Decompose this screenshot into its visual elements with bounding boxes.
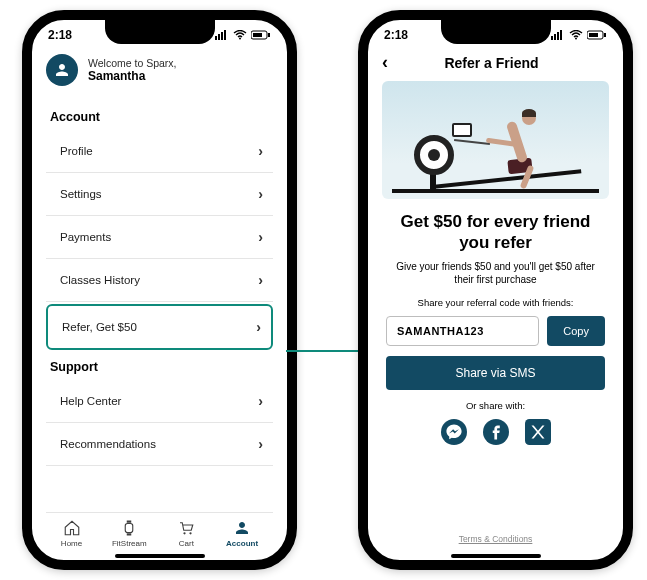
nav-cart[interactable]: Cart [176,519,196,548]
menu-settings[interactable]: Settings› [46,173,273,216]
signal-icon [551,30,565,40]
menu-recommendations[interactable]: Recommendations› [46,423,273,466]
hero-image-rower [382,81,609,199]
refer-subtitle: Give your friends $50 and you'll get $50… [394,260,597,287]
svg-rect-2 [221,32,223,40]
menu-item-label: Refer, Get $50 [62,321,137,333]
svg-point-11 [184,532,186,534]
welcome-name: Samantha [88,69,177,83]
share-code-label: Share your referral code with friends: [382,297,609,308]
home-indicator[interactable] [115,554,205,558]
svg-point-17 [575,38,577,40]
status-icons [551,30,607,40]
svg-rect-9 [127,521,132,523]
x-twitter-icon[interactable] [525,419,551,445]
svg-rect-1 [218,34,220,40]
menu-item-label: Recommendations [60,438,156,450]
chevron-right-icon: › [258,436,263,452]
battery-icon [251,30,271,40]
nav-home[interactable]: Home [61,519,82,548]
refer-screen: 2:18 ‹ Refer a Friend Get $50 for every … [358,10,633,570]
status-icons [215,30,271,40]
avatar[interactable] [46,54,78,86]
svg-point-21 [441,419,467,445]
chevron-right-icon: › [258,272,263,288]
home-icon [62,519,82,537]
menu-item-label: Profile [60,145,93,157]
svg-rect-8 [126,524,134,533]
svg-rect-13 [551,36,553,40]
svg-rect-14 [554,34,556,40]
menu-payments[interactable]: Payments› [46,216,273,259]
share-sms-button[interactable]: Share via SMS [386,356,605,390]
back-button[interactable]: ‹ [382,52,388,73]
account-screen: 2:18 Welcome to Sparx, Samantha Account … [22,10,297,570]
home-indicator[interactable] [451,554,541,558]
welcome-block: Welcome to Sparx, Samantha [46,54,273,86]
person-icon [53,61,71,79]
nav-account[interactable]: Account [226,519,258,548]
or-share-label: Or share with: [382,400,609,411]
menu-help-center[interactable]: Help Center› [46,380,273,423]
refer-title: Get $50 for every friend you refer [392,211,599,254]
watch-icon [119,519,139,537]
phone-notch [441,18,551,44]
nav-label: Home [61,539,82,548]
menu-item-label: Help Center [60,395,121,407]
referral-code-input[interactable]: SAMANTHA123 [386,316,539,346]
bottom-nav: Home FitStream Cart Account [46,512,273,550]
svg-rect-7 [268,33,270,37]
messenger-icon[interactable] [441,419,467,445]
menu-item-label: Payments [60,231,111,243]
flow-connector-line [286,350,366,352]
phone-notch [105,18,215,44]
menu-item-label: Settings [60,188,102,200]
svg-rect-15 [557,32,559,40]
menu-classes-history[interactable]: Classes History› [46,259,273,302]
wifi-icon [569,30,583,40]
facebook-icon[interactable] [483,419,509,445]
status-time: 2:18 [384,28,408,42]
menu-item-label: Classes History [60,274,140,286]
header-bar: ‹ Refer a Friend [382,52,609,73]
battery-icon [587,30,607,40]
chevron-right-icon: › [258,186,263,202]
chevron-right-icon: › [258,229,263,245]
svg-point-4 [239,38,241,40]
svg-rect-20 [604,33,606,37]
svg-rect-10 [127,533,132,535]
svg-rect-3 [224,30,226,40]
social-row [382,419,609,445]
person-icon [232,519,252,537]
account-menu: Profile› Settings› Payments› Classes His… [46,130,273,352]
account-header: Account [50,110,273,124]
chevron-right-icon: › [256,319,261,335]
svg-point-12 [190,532,192,534]
wifi-icon [233,30,247,40]
chevron-right-icon: › [258,143,263,159]
cart-icon [176,519,196,537]
nav-label: Cart [179,539,194,548]
support-menu: Help Center› Recommendations› [46,380,273,466]
code-row: SAMANTHA123 Copy [382,316,609,346]
nav-label: FitStream [112,539,147,548]
svg-rect-0 [215,36,217,40]
nav-fitstream[interactable]: FitStream [112,519,147,548]
welcome-prefix: Welcome to Sparx, [88,57,177,69]
support-header: Support [50,360,273,374]
copy-button[interactable]: Copy [547,316,605,346]
menu-refer[interactable]: Refer, Get $50› [46,304,273,350]
menu-profile[interactable]: Profile› [46,130,273,173]
page-title: Refer a Friend [398,55,585,71]
svg-rect-16 [560,30,562,40]
chevron-right-icon: › [258,393,263,409]
status-time: 2:18 [48,28,72,42]
signal-icon [215,30,229,40]
terms-link[interactable]: Terms & Conditions [382,534,609,544]
svg-rect-6 [253,33,262,37]
svg-rect-19 [589,33,598,37]
nav-label: Account [226,539,258,548]
